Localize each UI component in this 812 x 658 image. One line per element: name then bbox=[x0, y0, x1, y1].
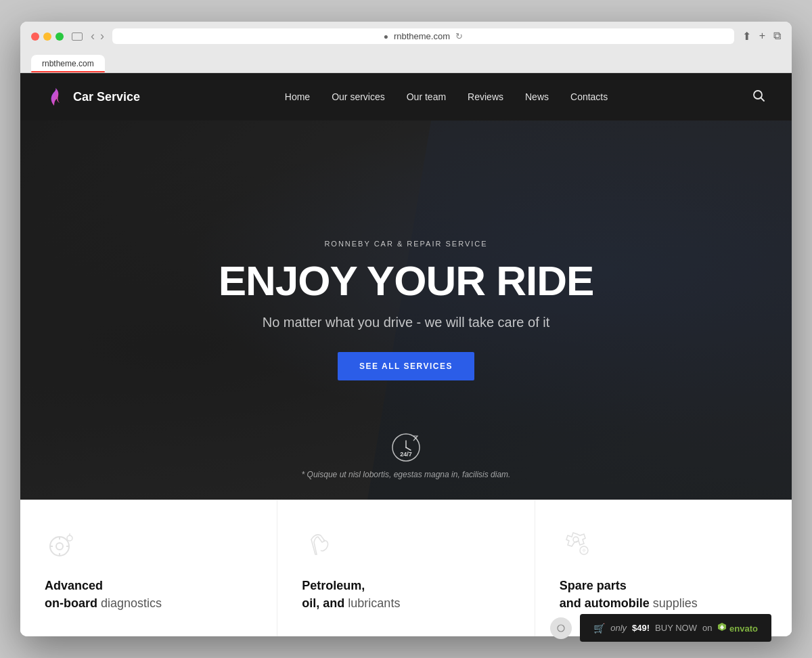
nav-contacts[interactable]: Contacts bbox=[570, 91, 608, 102]
search-icon bbox=[752, 89, 765, 102]
envato-icon bbox=[717, 622, 727, 632]
logo-icon bbox=[47, 87, 68, 107]
buy-price: $49! bbox=[632, 623, 650, 633]
tab-bar: rnbtheme.com bbox=[31, 51, 781, 72]
svg-point-16 bbox=[558, 625, 564, 632]
svg-point-6 bbox=[50, 537, 69, 556]
url-display: rnbtheme.com bbox=[394, 31, 450, 41]
address-bar[interactable]: ● rnbtheme.com ↻ bbox=[112, 28, 734, 44]
svg-text:24/7: 24/7 bbox=[400, 451, 412, 458]
share-icon[interactable]: ⬆ bbox=[742, 30, 751, 43]
tab-title: rnbtheme.com bbox=[42, 59, 94, 68]
clock-247-icon: 24/7 bbox=[389, 431, 423, 464]
hero-section: RONNEBY CAR & REPAIR SERVICE ENJOY YOUR … bbox=[20, 120, 792, 500]
service-title-1: Advancedon-board diagnostics bbox=[45, 577, 252, 611]
active-tab[interactable]: rnbtheme.com bbox=[31, 55, 105, 72]
nav-services[interactable]: Our services bbox=[332, 91, 385, 102]
envato-logo: envato bbox=[717, 622, 758, 634]
buy-on-preposition: on bbox=[702, 623, 712, 633]
hero-title: ENJOY YOUR RIDE bbox=[219, 259, 594, 303]
hero-bottom: 24/7 * Quisque ut nisl lobortis, egestas… bbox=[302, 431, 511, 479]
browser-nav: ‹ › bbox=[91, 29, 104, 43]
envato-text: envato bbox=[729, 623, 758, 634]
browser-actions: ⬆ + ⧉ bbox=[742, 30, 781, 43]
hero-subtitle: RONNEBY CAR & REPAIR SERVICE bbox=[219, 240, 594, 248]
site-logo[interactable]: Car Service bbox=[47, 87, 140, 107]
site-header: Car Service Home Our services Our team R… bbox=[20, 73, 792, 120]
svg-line-1 bbox=[761, 98, 764, 101]
nav-news[interactable]: News bbox=[525, 91, 549, 102]
svg-point-0 bbox=[754, 91, 762, 99]
browser-window: ‹ › ● rnbtheme.com ↻ ⬆ + ⧉ rnbtheme.com bbox=[20, 22, 792, 636]
logo-text: Car Service bbox=[73, 90, 140, 104]
nav-home[interactable]: Home bbox=[285, 91, 310, 102]
buy-banner: 🛒 only $49! BUY NOW on envato bbox=[0, 614, 812, 642]
service-title-3: Spare partsand automobile supplies bbox=[560, 577, 767, 611]
buy-now-button[interactable]: 🛒 only $49! BUY NOW on envato bbox=[580, 614, 771, 642]
hero-description: No matter what you drive - we will take … bbox=[219, 315, 594, 330]
buy-toggle-button[interactable] bbox=[550, 617, 572, 639]
cart-icon: 🛒 bbox=[593, 623, 605, 634]
svg-line-4 bbox=[406, 447, 411, 450]
hero-cta-button[interactable]: SEE ALL SERVICES bbox=[338, 352, 474, 380]
website: Car Service Home Our services Our team R… bbox=[20, 73, 792, 636]
windows-icon[interactable]: ⧉ bbox=[773, 30, 781, 43]
site-nav: Home Our services Our team Reviews News … bbox=[285, 91, 608, 102]
nav-team[interactable]: Our team bbox=[407, 91, 446, 102]
hero-content: RONNEBY CAR & REPAIR SERVICE ENJOY YOUR … bbox=[205, 240, 608, 380]
service-title-2: Petroleum,oil, and lubricants bbox=[302, 577, 510, 611]
toggle-icon bbox=[557, 624, 565, 632]
buy-banner-inner: 🛒 only $49! BUY NOW on envato bbox=[550, 614, 771, 642]
browser-traffic-lights bbox=[31, 32, 64, 41]
browser-chrome: ‹ › ● rnbtheme.com ↻ ⬆ + ⧉ rnbtheme.com bbox=[20, 22, 792, 73]
shield-icon: ● bbox=[384, 32, 388, 41]
petroleum-icon bbox=[302, 527, 336, 561]
buy-only-label: only bbox=[610, 623, 627, 633]
spare-parts-icon bbox=[560, 527, 593, 561]
buy-on-label: BUY NOW bbox=[655, 623, 697, 633]
refresh-icon[interactable]: ↻ bbox=[455, 31, 463, 41]
wheel-diagnostics-icon bbox=[45, 527, 78, 561]
maximize-dot[interactable] bbox=[55, 32, 64, 41]
back-button[interactable]: ‹ bbox=[91, 29, 95, 43]
forward-button[interactable]: › bbox=[100, 29, 104, 43]
tab-switcher-icon[interactable] bbox=[72, 32, 83, 41]
search-button[interactable] bbox=[752, 89, 765, 104]
hero-note: * Quisque ut nisl lobortis, egestas magn… bbox=[302, 470, 511, 479]
svg-point-12 bbox=[67, 535, 72, 541]
close-dot[interactable] bbox=[31, 32, 39, 41]
minimize-dot[interactable] bbox=[43, 32, 51, 41]
nav-reviews[interactable]: Reviews bbox=[468, 91, 503, 102]
svg-point-7 bbox=[56, 543, 63, 550]
new-tab-icon[interactable]: + bbox=[759, 30, 765, 43]
